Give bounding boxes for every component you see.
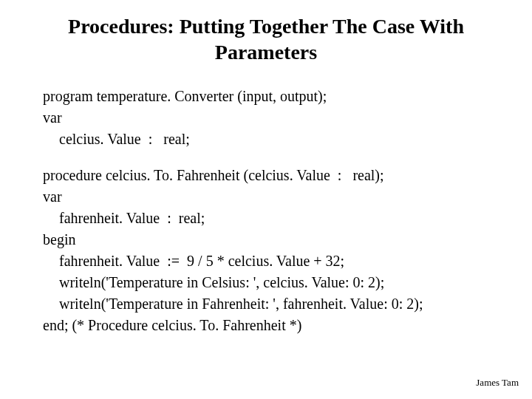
code-line: fahrenheit. Value := 9 / 5 * celcius. Va…	[43, 250, 532, 272]
code-line: var	[43, 186, 532, 208]
code-line: writeln('Temperature in Celsius: ', celc…	[43, 272, 532, 293]
blank-line	[43, 150, 532, 165]
code-line: end; (* Procedure celcius. To. Fahrenhei…	[43, 315, 532, 336]
code-line: fahrenheit. Value : real;	[43, 208, 532, 229]
code-line: program temperature. Converter (input, o…	[43, 86, 532, 107]
slide-title: Procedures: Putting Together The Case Wi…	[0, 0, 532, 65]
code-line: writeln('Temperature in Fahrenheit: ', f…	[43, 293, 532, 315]
slide: Procedures: Putting Together The Case Wi…	[0, 0, 532, 399]
code-line: begin	[43, 229, 532, 250]
code-line: procedure celcius. To. Fahrenheit (celci…	[43, 165, 532, 186]
code-line: var	[43, 107, 532, 129]
code-block: program temperature. Converter (input, o…	[0, 65, 532, 336]
code-line: celcius. Value : real;	[43, 129, 532, 150]
footer-author: James Tam	[476, 377, 519, 389]
